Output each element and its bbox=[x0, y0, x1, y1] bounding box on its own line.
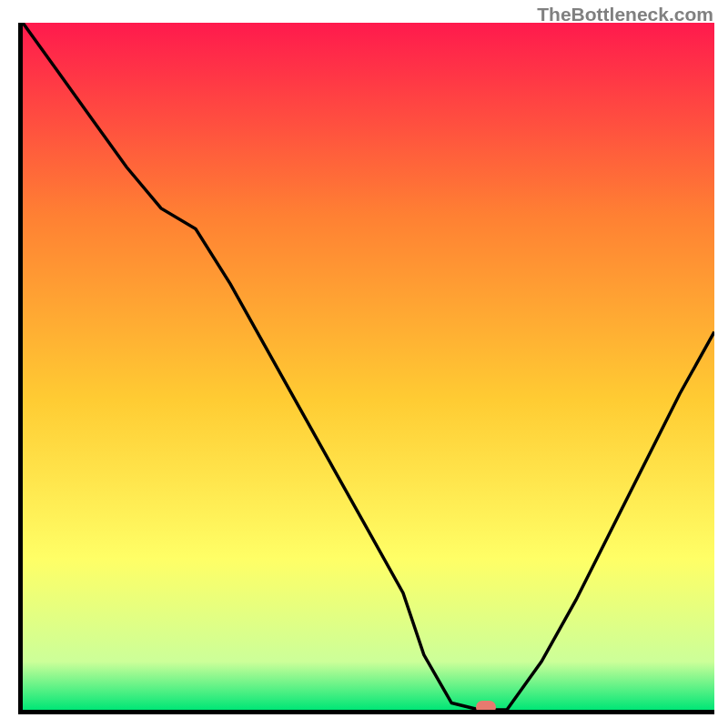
data-marker bbox=[476, 701, 496, 713]
plot-area bbox=[18, 23, 714, 714]
watermark-text: TheBottleneck.com bbox=[537, 4, 713, 25]
chart-container: TheBottleneck.com bbox=[0, 0, 728, 728]
curve-line bbox=[23, 23, 714, 710]
